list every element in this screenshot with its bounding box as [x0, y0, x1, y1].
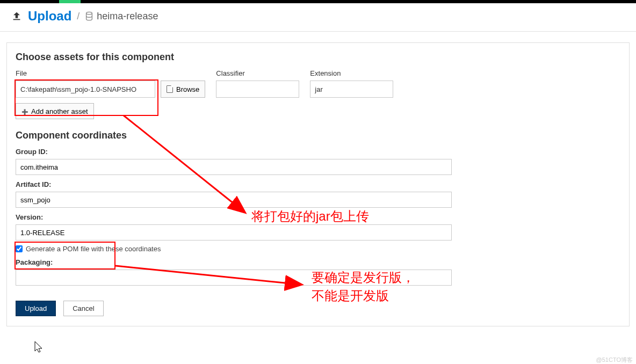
- plus-icon: [21, 107, 28, 115]
- accent-strip: [59, 0, 81, 3]
- browse-button[interactable]: Browse: [161, 81, 205, 98]
- classifier-input[interactable]: [216, 81, 299, 98]
- document-icon: [167, 85, 173, 93]
- artifact-id-label: Artifact ID:: [16, 180, 620, 188]
- file-input[interactable]: [16, 81, 155, 98]
- browse-label: Browse: [176, 85, 199, 93]
- file-label: File: [16, 69, 155, 77]
- cancel-button[interactable]: Cancel: [63, 301, 103, 316]
- group-id-label: Group ID:: [16, 148, 620, 156]
- extension-input[interactable]: [310, 81, 393, 98]
- watermark: @51CTO博客: [596, 356, 633, 364]
- breadcrumb: Upload / heima-release: [0, 3, 636, 32]
- generate-pom-checkbox[interactable]: [16, 245, 23, 252]
- group-id-input[interactable]: [16, 159, 452, 175]
- svg-point-0: [86, 12, 92, 14]
- add-another-label: Add another asset: [31, 107, 88, 115]
- assets-heading: Choose assets for this component: [16, 52, 620, 63]
- page-title[interactable]: Upload: [28, 9, 71, 24]
- packaging-label: Packaging:: [16, 258, 620, 266]
- coordinates-heading: Component coordinates: [16, 130, 620, 141]
- annotation-text-2: 要确定是发行版， 不能是开发版: [312, 268, 415, 304]
- extension-label: Extension: [310, 69, 393, 77]
- generate-pom-label: Generate a POM file with these coordinat…: [26, 245, 161, 253]
- breadcrumb-repository[interactable]: heima-release: [97, 11, 158, 22]
- upload-button[interactable]: Upload: [16, 301, 56, 316]
- classifier-label: Classifier: [216, 69, 299, 77]
- cursor-icon: [33, 340, 45, 354]
- add-another-asset-button[interactable]: Add another asset: [16, 103, 94, 119]
- artifact-id-input[interactable]: [16, 192, 452, 208]
- repository-icon: [85, 11, 93, 21]
- asset-row: File Browse Classifier Extension: [16, 69, 620, 98]
- version-input[interactable]: [16, 224, 452, 241]
- annotation-text-1: 将打包好的jar包上传: [251, 207, 369, 225]
- upload-icon: [10, 10, 24, 22]
- breadcrumb-separator: /: [77, 11, 80, 22]
